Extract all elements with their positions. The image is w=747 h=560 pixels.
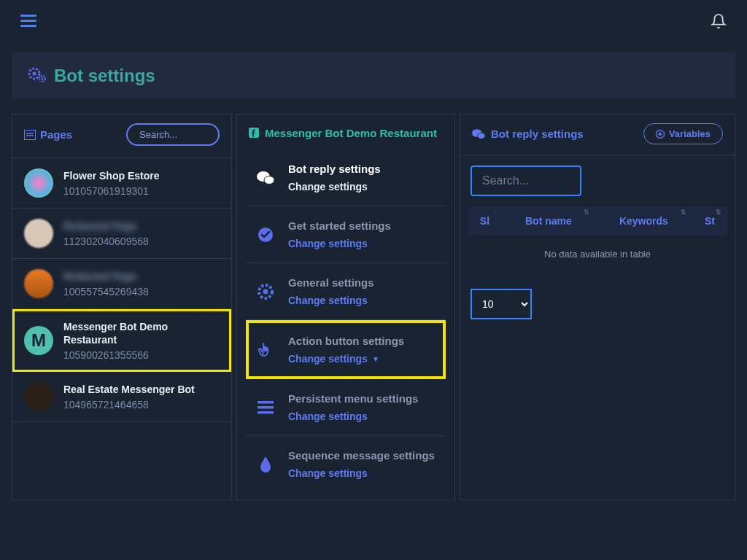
setting-title: General settings (288, 276, 374, 289)
page-name: Redacted Page (63, 270, 149, 283)
table-header[interactable]: St⇅ (692, 206, 727, 236)
check-icon (256, 227, 275, 243)
plus-circle-icon (656, 130, 665, 139)
pages-search-input[interactable] (126, 123, 220, 146)
setting-change-link[interactable]: Change settings ▼ (288, 353, 404, 365)
drop-icon (256, 456, 275, 473)
context-page-name: Messenger Bot Demo Restaurant (237, 114, 454, 149)
page-item[interactable]: Redacted Page112302040609568 (12, 209, 231, 259)
reply-panel: Bot reply settings Variables Sl↑Bot name… (460, 114, 735, 500)
svg-point-12 (264, 176, 274, 184)
svg-point-15 (263, 289, 268, 294)
table-header[interactable]: Sl↑ (468, 206, 502, 236)
page-item[interactable]: Redacted Page100557545269438 (12, 259, 231, 309)
setting-item[interactable]: General settingsChange settings (246, 263, 446, 320)
page-avatar (24, 168, 53, 198)
page-avatar (24, 219, 53, 248)
svg-point-6 (42, 77, 44, 79)
svg-rect-17 (258, 406, 274, 409)
svg-point-20 (478, 133, 486, 139)
page-title-bar: Bot settings (12, 52, 735, 99)
page-avatar (24, 269, 53, 298)
facebook-icon (249, 128, 259, 138)
page-size-select[interactable]: 102550100 (471, 289, 532, 319)
setting-change-link[interactable]: Change settings (288, 411, 418, 422)
page-id: 105900261355566 (63, 349, 220, 361)
setting-title: Sequence message settings (288, 449, 435, 462)
page-title: Bot settings (54, 66, 155, 86)
page-id: 104965721464658 (63, 399, 195, 411)
setting-change-link[interactable]: Change settings (288, 181, 381, 192)
svg-point-4 (33, 71, 36, 75)
pointer-icon (256, 341, 275, 359)
hamburger-icon (20, 15, 36, 28)
page-item[interactable]: MMessenger Bot Demo Restaurant1059002613… (12, 309, 231, 372)
svg-rect-16 (258, 401, 274, 404)
svg-rect-18 (258, 411, 274, 414)
setting-item[interactable]: Get started settingsChange settings (246, 206, 446, 263)
svg-rect-0 (20, 15, 36, 17)
page-id: 101057061919301 (63, 185, 159, 197)
menu-toggle[interactable] (20, 15, 36, 30)
chevron-down-icon: ▼ (372, 355, 379, 363)
gear-icon (256, 284, 275, 300)
menu-icon (256, 401, 275, 414)
page-name: Real Estate Messenger Bot (63, 383, 195, 396)
setting-title: Persistent menu settings (288, 392, 418, 405)
page-name: Flower Shop Estore (63, 169, 159, 182)
bell-icon (711, 13, 727, 29)
sort-indicator: ↑ (492, 209, 496, 216)
chat-icon (472, 128, 485, 140)
svg-rect-2 (20, 25, 36, 27)
page-avatar: M (24, 326, 53, 355)
settings-panel: Messenger Bot Demo Restaurant Bot reply … (236, 114, 455, 500)
page-id: 112302040609568 (63, 236, 149, 247)
setting-change-link[interactable]: Change settings (288, 295, 374, 306)
table-search-input[interactable] (471, 166, 581, 196)
setting-change-link[interactable]: Change settings (288, 467, 435, 479)
pages-panel: Pages Flower Shop Estore101057061919301R… (12, 114, 232, 500)
setting-change-link[interactable]: Change settings (288, 238, 391, 249)
sort-indicator: ⇅ (681, 209, 686, 216)
svg-rect-1 (20, 20, 36, 22)
setting-item[interactable]: Persistent menu settingsChange settings (246, 379, 446, 436)
page-item[interactable]: Real Estate Messenger Bot104965721464658 (12, 372, 231, 422)
reply-panel-title: Bot reply settings (472, 128, 584, 140)
setting-title: Action button settings (288, 335, 404, 347)
sort-indicator: ⇅ (716, 209, 721, 216)
setting-item[interactable]: Sequence message settingsChange settings (246, 436, 446, 492)
table-header[interactable]: Keywords⇅ (595, 206, 692, 236)
table-header[interactable]: Bot name⇅ (502, 206, 595, 236)
setting-title: Bot reply settings (288, 163, 381, 175)
page-id: 100557545269438 (63, 286, 149, 298)
page-name: Redacted Page (63, 219, 149, 233)
page-item[interactable]: Flower Shop Estore101057061919301 (12, 158, 231, 209)
sort-indicator: ⇅ (584, 209, 589, 216)
setting-item[interactable]: Bot reply settingsChange settings (246, 149, 446, 206)
variables-button[interactable]: Variables (643, 123, 723, 144)
pages-label: Pages (24, 128, 72, 141)
notifications-button[interactable] (711, 13, 727, 31)
page-name: Messenger Bot Demo Restaurant (63, 320, 220, 346)
setting-title: Get started settings (288, 219, 391, 232)
bots-table: Sl↑Bot name⇅Keywords⇅St⇅ No data availab… (468, 206, 727, 273)
table-empty-message: No data available in table (468, 236, 727, 273)
page-avatar (24, 382, 53, 411)
chat-icon (256, 170, 275, 186)
svg-rect-7 (24, 130, 36, 140)
setting-item[interactable]: Action button settingsChange settings ▼ (246, 320, 446, 379)
gears-icon (28, 67, 47, 85)
pages-icon (24, 130, 36, 140)
